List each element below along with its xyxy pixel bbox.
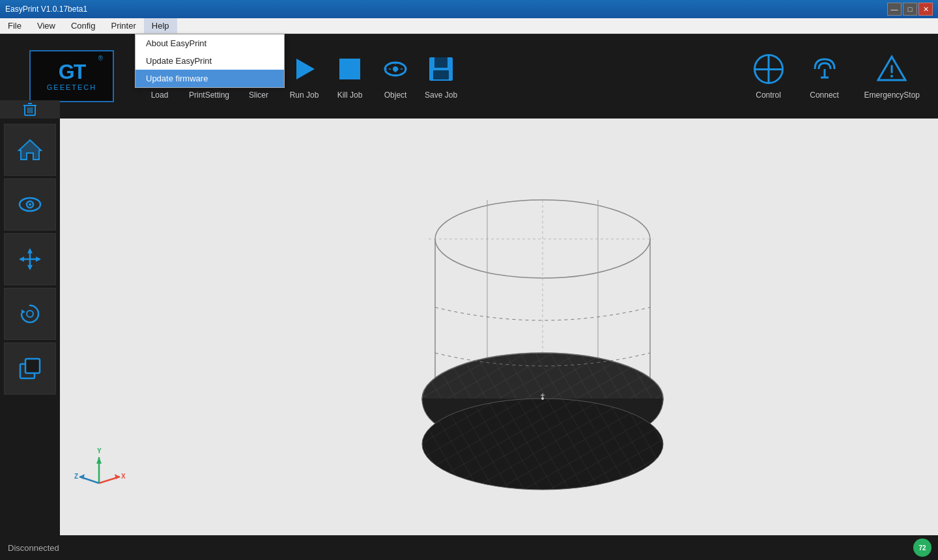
object-label: Object [384, 91, 407, 100]
close-button[interactable]: ✕ [918, 3, 933, 16]
dropdown-update-firmware[interactable]: Update firmware [135, 70, 284, 87]
toolbar-connect[interactable]: Connect [797, 53, 853, 100]
sidebar-rotate[interactable] [4, 288, 56, 340]
dropdown-update-easyprint[interactable]: Update EasyPrint [135, 52, 284, 70]
logo-area: ® GT GEEETECH [7, 44, 137, 109]
svg-marker-32 [27, 265, 33, 270]
axis-indicator: X Y Z [73, 444, 125, 496]
savejob-label: Save Job [425, 91, 457, 100]
menu-printer[interactable]: Printer [103, 18, 143, 33]
trash-row[interactable] [0, 100, 60, 119]
sidebar-move[interactable] [4, 233, 56, 285]
svg-text:Y: Y [97, 447, 102, 455]
connect-icon [808, 53, 841, 85]
svg-text:Z: Z [74, 473, 78, 480]
control-icon [752, 53, 785, 85]
sidebar-copy[interactable] [4, 343, 56, 395]
toolbar-runjob[interactable]: Run Job [281, 34, 327, 119]
logo-geeetech: GEEETECH [47, 83, 97, 91]
emergencystop-icon [875, 53, 908, 85]
svg-point-36 [27, 311, 33, 317]
toolbar-killjob[interactable]: Kill Job [327, 34, 373, 119]
3d-model [373, 125, 712, 529]
sidebar-home[interactable] [4, 124, 56, 176]
svg-point-54 [422, 399, 663, 490]
slicer-label: Slicer [249, 91, 268, 100]
savejob-icon [425, 53, 457, 85]
status-bar: Disconnected 72 [0, 535, 938, 560]
svg-rect-7 [339, 59, 360, 79]
sidebar [0, 119, 60, 535]
svg-point-28 [29, 203, 31, 206]
svg-marker-60 [96, 457, 102, 464]
runjob-label: Run Job [290, 91, 319, 100]
toolbar-object[interactable]: Object [373, 34, 418, 119]
menu-bar: File View Config Printer Help [0, 18, 938, 34]
svg-rect-13 [434, 57, 448, 68]
menu-view[interactable]: View [29, 18, 63, 33]
svg-rect-38 [25, 359, 40, 373]
minimize-button[interactable]: — [887, 3, 902, 16]
killjob-icon [334, 53, 366, 85]
title-bar-title: EasyPrint V1.0.17beta1 [5, 5, 87, 14]
viewport-canvas: X Y Z [60, 119, 938, 535]
help-dropdown: About EasyPrint Update EasyPrint Update … [135, 34, 285, 88]
logo-registered: ® [98, 55, 103, 62]
emergencystop-label: EmergencyStop [864, 91, 920, 100]
menu-file[interactable]: File [0, 18, 29, 33]
connection-badge: 72 [913, 539, 931, 557]
svg-text:X: X [121, 473, 125, 480]
toolbar-right: Control Connect [741, 53, 931, 100]
svg-marker-6 [296, 59, 315, 79]
title-bar: EasyPrint V1.0.17beta1 — □ ✕ [0, 0, 938, 18]
logo-gt: GT [59, 61, 85, 82]
sidebar-view[interactable] [4, 178, 56, 231]
killjob-label: Kill Job [337, 91, 363, 100]
svg-marker-33 [19, 257, 24, 262]
svg-marker-31 [27, 248, 33, 253]
menu-help[interactable]: Help [144, 18, 177, 33]
control-label: Control [756, 91, 781, 100]
svg-rect-14 [433, 70, 449, 79]
toolbar-emergencystop[interactable]: EmergencyStop [853, 53, 931, 100]
svg-point-19 [890, 75, 893, 77]
connect-label: Connect [810, 91, 839, 100]
svg-point-55 [541, 397, 544, 400]
load-label: Load [151, 91, 169, 100]
toolbar-control[interactable]: Control [741, 53, 797, 100]
toolbar-savejob[interactable]: Save Job [418, 34, 464, 119]
maximize-button[interactable]: □ [903, 3, 917, 16]
main-viewport[interactable]: X Y Z [60, 119, 938, 535]
printsetting-label: PrintSetting [189, 91, 229, 100]
svg-marker-34 [36, 257, 41, 262]
title-bar-controls: — □ ✕ [887, 3, 933, 16]
svg-marker-35 [21, 309, 25, 314]
object-icon [379, 53, 412, 85]
dropdown-about[interactable]: About EasyPrint [135, 35, 284, 52]
runjob-icon [288, 53, 320, 85]
menu-config[interactable]: Config [63, 18, 104, 33]
logo-box: ® GT GEEETECH [29, 50, 114, 102]
status-text: Disconnected [8, 543, 59, 553]
